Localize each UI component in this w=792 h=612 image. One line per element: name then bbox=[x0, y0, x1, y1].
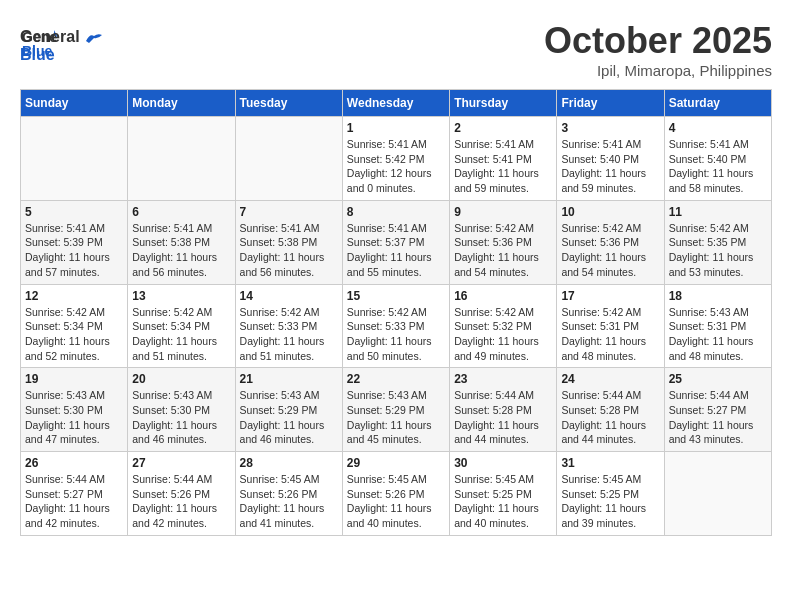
calendar-day-5: 5Sunrise: 5:41 AMSunset: 5:39 PMDaylight… bbox=[21, 200, 128, 284]
day-number: 25 bbox=[669, 372, 767, 386]
day-number: 20 bbox=[132, 372, 230, 386]
day-info-line: Daylight: 11 hours bbox=[669, 418, 767, 433]
calendar-week-row: 19Sunrise: 5:43 AMSunset: 5:30 PMDayligh… bbox=[21, 368, 772, 452]
calendar-day-9: 9Sunrise: 5:42 AMSunset: 5:36 PMDaylight… bbox=[450, 200, 557, 284]
day-info-line: Daylight: 11 hours bbox=[454, 334, 552, 349]
day-info-line: and 51 minutes. bbox=[240, 349, 338, 364]
day-info-line: Sunset: 5:25 PM bbox=[561, 487, 659, 502]
day-info-line: Sunrise: 5:42 AM bbox=[347, 305, 445, 320]
day-number: 7 bbox=[240, 205, 338, 219]
calendar-day-28: 28Sunrise: 5:45 AMSunset: 5:26 PMDayligh… bbox=[235, 452, 342, 536]
logo-general: General bbox=[20, 28, 80, 45]
day-info-line: Daylight: 11 hours bbox=[454, 418, 552, 433]
day-info-line: and 42 minutes. bbox=[132, 516, 230, 531]
day-number: 24 bbox=[561, 372, 659, 386]
weekday-header-sunday: Sunday bbox=[21, 90, 128, 117]
calendar-week-row: 12Sunrise: 5:42 AMSunset: 5:34 PMDayligh… bbox=[21, 284, 772, 368]
day-info-line: Sunrise: 5:42 AM bbox=[454, 305, 552, 320]
day-info-line: Sunrise: 5:41 AM bbox=[347, 221, 445, 236]
day-info-line: Sunrise: 5:41 AM bbox=[561, 137, 659, 152]
day-info-line: Sunset: 5:28 PM bbox=[561, 403, 659, 418]
day-info-line: Sunrise: 5:43 AM bbox=[25, 388, 123, 403]
day-info-line: and 41 minutes. bbox=[240, 516, 338, 531]
calendar-day-17: 17Sunrise: 5:42 AMSunset: 5:31 PMDayligh… bbox=[557, 284, 664, 368]
day-number: 11 bbox=[669, 205, 767, 219]
day-info-line: and 54 minutes. bbox=[454, 265, 552, 280]
day-info-line: Daylight: 11 hours bbox=[454, 501, 552, 516]
day-info-line: and 44 minutes. bbox=[454, 432, 552, 447]
calendar-day-24: 24Sunrise: 5:44 AMSunset: 5:28 PMDayligh… bbox=[557, 368, 664, 452]
day-info-line: Daylight: 11 hours bbox=[347, 501, 445, 516]
calendar-day-27: 27Sunrise: 5:44 AMSunset: 5:26 PMDayligh… bbox=[128, 452, 235, 536]
day-number: 21 bbox=[240, 372, 338, 386]
day-info-line: Sunset: 5:37 PM bbox=[347, 235, 445, 250]
day-info-line: Sunset: 5:38 PM bbox=[132, 235, 230, 250]
day-info-line: Sunrise: 5:45 AM bbox=[561, 472, 659, 487]
calendar-day-14: 14Sunrise: 5:42 AMSunset: 5:33 PMDayligh… bbox=[235, 284, 342, 368]
day-info-line: Sunset: 5:39 PM bbox=[25, 235, 123, 250]
day-info-line: and 58 minutes. bbox=[669, 181, 767, 196]
day-info-line: and 46 minutes. bbox=[240, 432, 338, 447]
calendar-day-7: 7Sunrise: 5:41 AMSunset: 5:38 PMDaylight… bbox=[235, 200, 342, 284]
day-info-line: Daylight: 11 hours bbox=[454, 250, 552, 265]
weekday-header-thursday: Thursday bbox=[450, 90, 557, 117]
day-number: 22 bbox=[347, 372, 445, 386]
day-info-line: Sunset: 5:26 PM bbox=[240, 487, 338, 502]
calendar-empty-cell bbox=[235, 117, 342, 201]
day-info-line: Sunrise: 5:43 AM bbox=[132, 388, 230, 403]
calendar-day-26: 26Sunrise: 5:44 AMSunset: 5:27 PMDayligh… bbox=[21, 452, 128, 536]
day-number: 31 bbox=[561, 456, 659, 470]
calendar-week-row: 1Sunrise: 5:41 AMSunset: 5:42 PMDaylight… bbox=[21, 117, 772, 201]
day-info-line: Sunset: 5:29 PM bbox=[240, 403, 338, 418]
day-number: 5 bbox=[25, 205, 123, 219]
day-info-line: Sunset: 5:36 PM bbox=[561, 235, 659, 250]
day-info-line: Sunrise: 5:44 AM bbox=[561, 388, 659, 403]
calendar-day-1: 1Sunrise: 5:41 AMSunset: 5:42 PMDaylight… bbox=[342, 117, 449, 201]
day-info-line: Daylight: 11 hours bbox=[669, 334, 767, 349]
calendar-day-4: 4Sunrise: 5:41 AMSunset: 5:40 PMDaylight… bbox=[664, 117, 771, 201]
calendar-day-19: 19Sunrise: 5:43 AMSunset: 5:30 PMDayligh… bbox=[21, 368, 128, 452]
day-info-line: Daylight: 11 hours bbox=[132, 334, 230, 349]
month-title: October 2025 bbox=[544, 20, 772, 62]
day-info-line: Sunset: 5:29 PM bbox=[347, 403, 445, 418]
day-number: 29 bbox=[347, 456, 445, 470]
day-number: 17 bbox=[561, 289, 659, 303]
weekday-header-row: SundayMondayTuesdayWednesdayThursdayFrid… bbox=[21, 90, 772, 117]
day-info-line: Daylight: 11 hours bbox=[561, 166, 659, 181]
day-info-line: and 50 minutes. bbox=[347, 349, 445, 364]
day-info-line: and 40 minutes. bbox=[454, 516, 552, 531]
weekday-header-tuesday: Tuesday bbox=[235, 90, 342, 117]
day-info-line: Daylight: 11 hours bbox=[240, 334, 338, 349]
weekday-header-wednesday: Wednesday bbox=[342, 90, 449, 117]
calendar-day-13: 13Sunrise: 5:42 AMSunset: 5:34 PMDayligh… bbox=[128, 284, 235, 368]
day-info-line: Daylight: 11 hours bbox=[669, 250, 767, 265]
day-info-line: Sunrise: 5:42 AM bbox=[669, 221, 767, 236]
day-info-line: and 51 minutes. bbox=[132, 349, 230, 364]
day-info-line: Daylight: 11 hours bbox=[240, 250, 338, 265]
day-info-line: and 44 minutes. bbox=[561, 432, 659, 447]
day-info-line: Sunrise: 5:44 AM bbox=[132, 472, 230, 487]
day-info-line: and 57 minutes. bbox=[25, 265, 123, 280]
day-info-line: and 47 minutes. bbox=[25, 432, 123, 447]
day-info-line: and 59 minutes. bbox=[561, 181, 659, 196]
calendar-week-row: 26Sunrise: 5:44 AMSunset: 5:27 PMDayligh… bbox=[21, 452, 772, 536]
weekday-header-saturday: Saturday bbox=[664, 90, 771, 117]
day-number: 2 bbox=[454, 121, 552, 135]
calendar-day-12: 12Sunrise: 5:42 AMSunset: 5:34 PMDayligh… bbox=[21, 284, 128, 368]
day-info-line: Daylight: 11 hours bbox=[561, 418, 659, 433]
day-info-line: Sunset: 5:38 PM bbox=[240, 235, 338, 250]
calendar-day-29: 29Sunrise: 5:45 AMSunset: 5:26 PMDayligh… bbox=[342, 452, 449, 536]
day-number: 19 bbox=[25, 372, 123, 386]
day-info-line: Sunrise: 5:41 AM bbox=[240, 221, 338, 236]
day-info-line: Daylight: 11 hours bbox=[347, 250, 445, 265]
day-info-line: Sunrise: 5:43 AM bbox=[240, 388, 338, 403]
day-info-line: Sunrise: 5:42 AM bbox=[454, 221, 552, 236]
day-info-line: Sunrise: 5:41 AM bbox=[347, 137, 445, 152]
calendar-empty-cell bbox=[21, 117, 128, 201]
day-number: 16 bbox=[454, 289, 552, 303]
day-info-line: Sunset: 5:32 PM bbox=[454, 319, 552, 334]
day-info-line: and 53 minutes. bbox=[669, 265, 767, 280]
day-info-line: Sunrise: 5:45 AM bbox=[347, 472, 445, 487]
day-info-line: Sunrise: 5:42 AM bbox=[25, 305, 123, 320]
logo: General Blue General Blue bbox=[20, 20, 102, 65]
